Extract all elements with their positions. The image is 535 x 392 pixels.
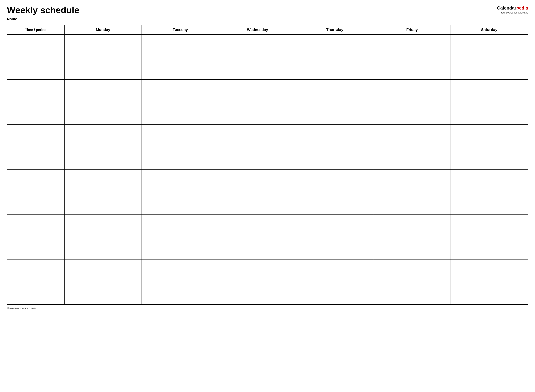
table-row (7, 260, 528, 282)
schedule-cell[interactable] (451, 147, 528, 169)
schedule-cell[interactable] (142, 169, 219, 192)
schedule-cell[interactable] (64, 215, 141, 237)
col-header-friday: Friday (373, 25, 451, 35)
schedule-cell[interactable] (219, 102, 296, 125)
table-row (7, 169, 528, 192)
time-cell[interactable] (7, 35, 64, 57)
schedule-cell[interactable] (451, 169, 528, 192)
time-cell[interactable] (7, 215, 64, 237)
schedule-cell[interactable] (64, 102, 141, 125)
col-header-thursday: Thursday (296, 25, 373, 35)
time-cell[interactable] (7, 237, 64, 260)
schedule-cell[interactable] (219, 57, 296, 79)
schedule-cell[interactable] (451, 282, 528, 304)
schedule-cell[interactable] (64, 125, 141, 147)
schedule-cell[interactable] (373, 237, 451, 260)
schedule-cell[interactable] (451, 260, 528, 282)
schedule-cell[interactable] (142, 215, 219, 237)
schedule-cell[interactable] (64, 147, 141, 169)
schedule-cell[interactable] (296, 215, 373, 237)
schedule-cell[interactable] (64, 282, 141, 304)
schedule-cell[interactable] (142, 147, 219, 169)
schedule-cell[interactable] (142, 125, 219, 147)
schedule-cell[interactable] (373, 125, 451, 147)
schedule-cell[interactable] (373, 282, 451, 304)
schedule-cell[interactable] (219, 192, 296, 215)
schedule-cell[interactable] (373, 102, 451, 125)
table-body (7, 35, 528, 304)
time-cell[interactable] (7, 169, 64, 192)
schedule-cell[interactable] (64, 192, 141, 215)
schedule-cell[interactable] (373, 215, 451, 237)
table-header: Time / period Monday Tuesday Wednesday T… (7, 25, 528, 35)
schedule-cell[interactable] (451, 79, 528, 102)
schedule-cell[interactable] (373, 79, 451, 102)
title-block: Weekly schedule (7, 5, 79, 15)
time-cell[interactable] (7, 192, 64, 215)
schedule-cell[interactable] (296, 79, 373, 102)
table-row (7, 79, 528, 102)
table-row (7, 102, 528, 125)
schedule-cell[interactable] (451, 35, 528, 57)
header-row: Time / period Monday Tuesday Wednesday T… (7, 25, 528, 35)
schedule-cell[interactable] (142, 35, 219, 57)
schedule-cell[interactable] (373, 147, 451, 169)
time-cell[interactable] (7, 282, 64, 304)
schedule-cell[interactable] (373, 35, 451, 57)
time-cell[interactable] (7, 260, 64, 282)
schedule-cell[interactable] (373, 57, 451, 79)
schedule-cell[interactable] (296, 125, 373, 147)
schedule-cell[interactable] (373, 192, 451, 215)
brand-tagline: Your source for calendars (501, 11, 528, 14)
schedule-cell[interactable] (296, 169, 373, 192)
schedule-cell[interactable] (296, 260, 373, 282)
name-row: Name: (7, 17, 528, 21)
schedule-cell[interactable] (296, 147, 373, 169)
schedule-cell[interactable] (219, 79, 296, 102)
table-row (7, 192, 528, 215)
schedule-cell[interactable] (142, 260, 219, 282)
page-title: Weekly schedule (7, 5, 79, 15)
schedule-cell[interactable] (219, 237, 296, 260)
schedule-cell[interactable] (451, 125, 528, 147)
schedule-cell[interactable] (296, 237, 373, 260)
schedule-cell[interactable] (64, 79, 141, 102)
page-header: Weekly schedule Calendarpedia Your sourc… (7, 5, 528, 15)
schedule-cell[interactable] (219, 147, 296, 169)
schedule-cell[interactable] (219, 35, 296, 57)
schedule-cell[interactable] (296, 282, 373, 304)
schedule-cell[interactable] (219, 169, 296, 192)
schedule-cell[interactable] (64, 169, 141, 192)
time-cell[interactable] (7, 147, 64, 169)
schedule-cell[interactable] (64, 57, 141, 79)
schedule-cell[interactable] (451, 102, 528, 125)
schedule-cell[interactable] (142, 102, 219, 125)
schedule-cell[interactable] (451, 215, 528, 237)
time-cell[interactable] (7, 125, 64, 147)
schedule-cell[interactable] (142, 79, 219, 102)
schedule-cell[interactable] (64, 260, 141, 282)
schedule-cell[interactable] (64, 237, 141, 260)
schedule-cell[interactable] (451, 57, 528, 79)
schedule-cell[interactable] (64, 35, 141, 57)
time-cell[interactable] (7, 79, 64, 102)
time-cell[interactable] (7, 102, 64, 125)
schedule-cell[interactable] (296, 35, 373, 57)
table-row (7, 125, 528, 147)
schedule-cell[interactable] (142, 282, 219, 304)
schedule-cell[interactable] (296, 57, 373, 79)
schedule-cell[interactable] (142, 192, 219, 215)
schedule-cell[interactable] (451, 192, 528, 215)
schedule-cell[interactable] (373, 169, 451, 192)
schedule-cell[interactable] (373, 260, 451, 282)
time-cell[interactable] (7, 57, 64, 79)
schedule-cell[interactable] (296, 102, 373, 125)
schedule-cell[interactable] (219, 282, 296, 304)
schedule-cell[interactable] (219, 125, 296, 147)
schedule-cell[interactable] (451, 237, 528, 260)
schedule-cell[interactable] (219, 260, 296, 282)
schedule-cell[interactable] (296, 192, 373, 215)
schedule-cell[interactable] (142, 57, 219, 79)
schedule-cell[interactable] (142, 237, 219, 260)
schedule-cell[interactable] (219, 215, 296, 237)
